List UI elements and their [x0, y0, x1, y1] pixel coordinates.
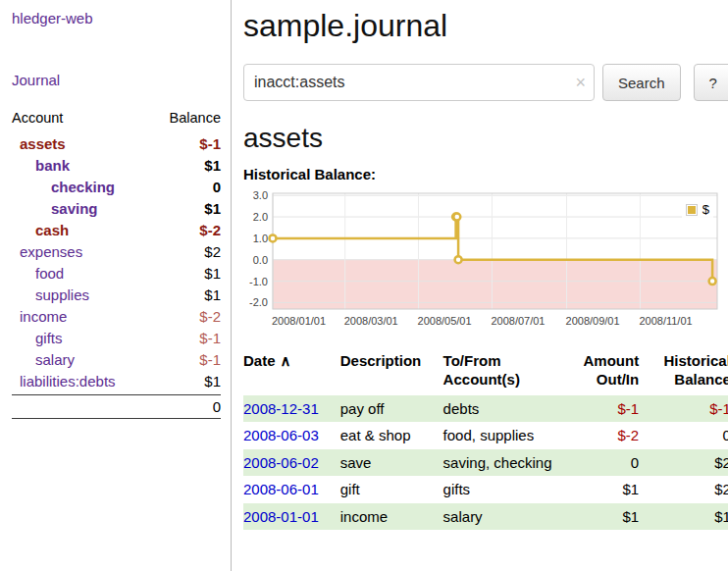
description-cell: pay off — [340, 395, 443, 423]
amount-cell: $-2 — [561, 422, 641, 449]
sort-asc-icon: ∧ — [281, 352, 291, 369]
chart-legend: $ — [682, 201, 713, 218]
date-link[interactable]: 2008-06-02 — [243, 454, 319, 471]
svg-text:2008/01/01: 2008/01/01 — [272, 315, 326, 327]
description-cell: income — [340, 503, 443, 531]
register-row: 2008-01-01 income salary $1 $1 — [243, 503, 728, 531]
sidebar: hledger-web Journal Account Balance asse… — [0, 0, 232, 571]
account-link-bank[interactable]: bank — [35, 157, 70, 174]
account-link-expenses[interactable]: expenses — [20, 243, 82, 260]
accounts-cell: salary — [443, 503, 561, 531]
date-link[interactable]: 2008-12-31 — [243, 400, 319, 417]
account-link-income[interactable]: income — [20, 308, 67, 325]
register-row: 2008-06-02 save saving, checking 0 $2 — [243, 449, 728, 477]
account-balance: $-1 — [199, 330, 221, 346]
page-title: sample.journal — [243, 8, 728, 44]
register-row: 2008-06-03 eat & shop food, supplies $-2… — [243, 422, 728, 449]
account-row: checking 0 — [12, 176, 221, 197]
amount-cell: $1 — [561, 476, 641, 503]
date-column-header[interactable]: Date∧ — [243, 349, 340, 395]
main-content: sample.journal × Search ? assets Histori… — [232, 0, 728, 571]
account-balance: $1 — [204, 200, 221, 217]
description-cell: eat & shop — [340, 422, 443, 449]
accounts-cell: food, supplies — [443, 422, 561, 449]
balance-cell: $1 — [641, 503, 728, 531]
account-link-saving[interactable]: saving — [51, 200, 98, 217]
balance-column-header: Historical Balance — [641, 349, 728, 395]
accounts-header-account: Account — [12, 110, 63, 126]
account-row: income $-2 — [12, 305, 221, 327]
account-link-supplies[interactable]: supplies — [35, 286, 89, 303]
accounts-total: 0 — [12, 394, 221, 419]
account-link-gifts[interactable]: gifts — [35, 330, 63, 346]
svg-text:2008/11/01: 2008/11/01 — [639, 315, 692, 327]
accounts-header: Account Balance — [12, 106, 221, 132]
app-window: hledger-web Journal Account Balance asse… — [0, 0, 728, 571]
svg-text:-1.0: -1.0 — [249, 276, 268, 287]
svg-text:2008/05/01: 2008/05/01 — [418, 315, 472, 327]
account-balance: 0 — [213, 179, 221, 195]
svg-text:2.0: 2.0 — [253, 211, 268, 223]
svg-text:1.0: 1.0 — [253, 233, 268, 244]
search-input-wrap: × — [243, 64, 595, 101]
account-row: expenses $2 — [12, 240, 221, 262]
balance-chart: 3.02.01.00.0-1.0-2.02008/01/012008/03/01… — [243, 188, 721, 337]
account-row: supplies $1 — [12, 284, 221, 305]
svg-text:-2.0: -2.0 — [249, 296, 268, 308]
date-link[interactable]: 2008-06-01 — [243, 481, 319, 497]
account-heading: assets — [243, 123, 728, 154]
account-link-assets[interactable]: assets — [20, 135, 66, 152]
amount-column-header: Amount Out/In — [561, 349, 641, 395]
account-balance: $-2 — [199, 308, 221, 325]
svg-text:2008/03/01: 2008/03/01 — [344, 315, 398, 327]
register-row: 2008-12-31 pay off debts $-1 $-1 — [243, 395, 728, 423]
account-balance: $-2 — [199, 222, 221, 238]
amount-cell: 0 — [561, 449, 641, 477]
accounts-cell: gifts — [443, 476, 561, 503]
app-title-link[interactable]: hledger-web — [12, 10, 221, 26]
account-balance: $-1 — [199, 135, 221, 152]
search-input[interactable] — [243, 64, 595, 101]
svg-text:2008/07/01: 2008/07/01 — [491, 315, 545, 327]
account-row: liabilities:debts $1 — [12, 370, 221, 391]
chart-section-label: Historical Balance: — [243, 166, 728, 182]
amount-cell: $-1 — [561, 395, 641, 423]
account-balance: $2 — [204, 243, 221, 260]
account-link-salary[interactable]: salary — [35, 351, 75, 368]
account-row: food $1 — [12, 262, 221, 284]
date-link[interactable]: 2008-01-01 — [243, 508, 319, 525]
register-header-row: Date∧ Description To/From Account(s) Amo… — [243, 349, 728, 395]
svg-text:2008/09/01: 2008/09/01 — [566, 315, 620, 327]
account-balance: $1 — [204, 265, 221, 282]
legend-label: $ — [702, 202, 709, 217]
account-row: gifts $-1 — [12, 327, 221, 348]
register-row: 2008-06-01 gift gifts $1 $2 — [243, 476, 728, 503]
balance-cell: 0 — [641, 422, 728, 449]
account-link-food[interactable]: food — [35, 265, 64, 282]
description-cell: gift — [340, 476, 443, 503]
search-button[interactable]: Search — [602, 64, 681, 101]
journal-link[interactable]: Journal — [12, 72, 221, 88]
account-balance: $1 — [204, 286, 221, 303]
svg-text:0.0: 0.0 — [253, 254, 268, 266]
clear-search-icon[interactable]: × — [575, 74, 586, 91]
accounts-cell: debts — [443, 395, 561, 423]
account-row: cash $-2 — [12, 219, 221, 240]
account-link-checking[interactable]: checking — [51, 179, 115, 195]
account-balance: $-1 — [199, 351, 221, 368]
search-bar: × Search ? — [243, 64, 728, 101]
help-button[interactable]: ? — [694, 64, 728, 101]
balance-cell: $-1 — [641, 395, 728, 423]
account-row: salary $-1 — [12, 348, 221, 370]
accounts-panel: Account Balance assets $-1 bank $1 check… — [12, 106, 221, 419]
accounts-header-balance: Balance — [170, 110, 221, 126]
account-row: saving $1 — [12, 197, 221, 219]
series-swatch-icon — [686, 204, 698, 216]
svg-text:3.0: 3.0 — [253, 189, 268, 201]
balance-cell: $2 — [641, 476, 728, 503]
description-column-header: Description — [340, 349, 443, 395]
accounts-cell: saving, checking — [443, 449, 561, 477]
account-link-cash[interactable]: cash — [35, 222, 69, 238]
account-link-liabilities-debts[interactable]: liabilities:debts — [20, 373, 116, 389]
date-link[interactable]: 2008-06-03 — [243, 427, 319, 443]
